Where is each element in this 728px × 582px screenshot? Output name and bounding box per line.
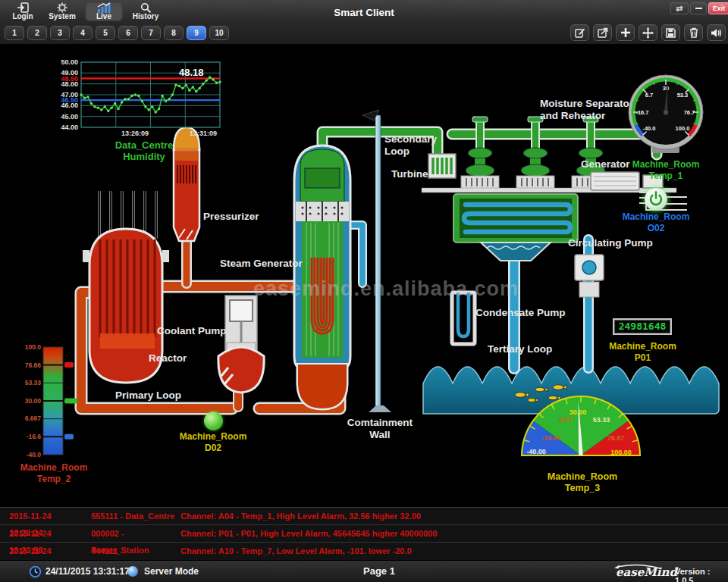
- alarm-row[interactable]: 2015-11-24 13:23:58000002 - Power_Statio…: [0, 525, 728, 543]
- label-moisture-separator: Moisture Separator and Reheator: [540, 98, 633, 122]
- data-point: [171, 93, 174, 95]
- data-point: [148, 108, 150, 111]
- display-p01-label: Machine_Room P01: [607, 341, 679, 364]
- exit-button[interactable]: Exit: [708, 2, 728, 14]
- alarm-time: 2015-11-24 13:23:58: [0, 525, 85, 542]
- page-button-5[interactable]: 5: [96, 26, 115, 40]
- brand-logo: easeMind: [616, 565, 677, 579]
- status-bar: 24/11/2015 13:31:17 Server Mode Page 1 e…: [0, 560, 728, 582]
- alarm-station: 555111 - Data_Centre: [85, 508, 180, 524]
- data-point: [97, 107, 99, 109]
- data-point: [90, 102, 93, 105]
- edit-button[interactable]: [570, 24, 589, 41]
- y-axis-tick: 45.00: [61, 113, 78, 120]
- data-point: [114, 102, 116, 105]
- data-point: [188, 89, 190, 92]
- low-limit-marker: [64, 434, 74, 440]
- data-point: [107, 110, 109, 112]
- data-point: [124, 98, 126, 100]
- alarm-row[interactable]: 2015-11-24 13:24:18444111 - Machine_Room…: [0, 543, 728, 559]
- current-page-label: Page 1: [337, 565, 421, 577]
- history-button[interactable]: History: [127, 2, 164, 21]
- page-button-4[interactable]: 4: [73, 26, 93, 40]
- svg-text:-40.0: -40.0: [642, 125, 655, 132]
- data-point: [168, 98, 170, 100]
- bar-gauge-temp2-label: Machine_Room Temp_2: [5, 462, 103, 485]
- app-title: Smart Client: [288, 7, 440, 18]
- data-point: [151, 105, 153, 108]
- page-button-10[interactable]: 10: [209, 26, 229, 40]
- x-axis-tick: 13:26:09: [121, 130, 149, 137]
- search-icon: [140, 2, 152, 13]
- svg-text:100.0: 100.0: [676, 125, 690, 132]
- svg-text:-16.67: -16.67: [541, 434, 561, 442]
- login-icon: [17, 2, 29, 13]
- indicator-d02-label: Machine_Room D02: [171, 431, 255, 454]
- audio-button[interactable]: [707, 24, 726, 41]
- export-button[interactable]: [593, 24, 612, 41]
- alarm-time: 2015-11-24 13:24:18: [0, 543, 85, 559]
- minimize-icon: [695, 8, 702, 10]
- page-button-6[interactable]: 6: [118, 26, 138, 40]
- alarm-row[interactable]: 2015-11-24 13:28:24555111 - Data_CentreC…: [0, 508, 728, 525]
- refresh-window-button[interactable]: [670, 2, 689, 14]
- alarm-message: Channel: A10 - Temp_7, Low Level Alarm, …: [180, 543, 728, 559]
- svg-text:6.667: 6.667: [25, 415, 42, 422]
- label-reactor: Reactor: [149, 352, 187, 365]
- page-button-8[interactable]: 8: [164, 26, 184, 40]
- data-point: [192, 86, 194, 88]
- page-button-1[interactable]: 1: [5, 26, 24, 40]
- save-button[interactable]: [661, 24, 680, 41]
- server-mode-label: Server Mode: [144, 566, 199, 577]
- add-button[interactable]: [616, 24, 635, 41]
- condenser: [453, 194, 578, 261]
- svg-text:-40.0: -40.0: [27, 451, 42, 458]
- page-button-3[interactable]: 3: [50, 26, 70, 40]
- data-point: [218, 80, 221, 83]
- live-chart-icon: [97, 2, 111, 13]
- data-point: [134, 93, 136, 95]
- page-button-7[interactable]: 7: [141, 26, 161, 40]
- page-button-2[interactable]: 2: [27, 26, 47, 40]
- export-icon: [598, 27, 608, 38]
- alarm-station: 000002 - Power_Station: [85, 525, 180, 542]
- data-point: [80, 93, 82, 95]
- label-generator: Generator: [581, 158, 630, 171]
- login-button[interactable]: Login: [6, 2, 39, 21]
- data-point: [130, 95, 133, 97]
- data-point: [174, 83, 177, 86]
- delete-button[interactable]: [684, 24, 703, 41]
- data-point: [141, 100, 143, 102]
- minimize-button[interactable]: [690, 2, 707, 14]
- svg-text:6.7: 6.7: [645, 92, 653, 99]
- main-scene: easemind.en.alibaba.com Pressurizer Stea…: [0, 0, 728, 582]
- data-point: [205, 80, 207, 82]
- numeric-display-p01: 24981648: [613, 318, 672, 335]
- data-point: [161, 95, 163, 97]
- svg-text:30: 30: [663, 85, 669, 92]
- label-steam-generator: Steam Generator: [220, 258, 303, 270]
- label-tertiary-loop: Tertiary Loop: [488, 343, 552, 355]
- data-point: [181, 87, 184, 89]
- watermark-text: easemind.en.alibaba.com: [253, 277, 519, 301]
- system-button[interactable]: System: [44, 2, 80, 21]
- data-point: [199, 87, 201, 89]
- page-button-9[interactable]: 9: [187, 26, 206, 40]
- svg-text:100.00: 100.00: [610, 449, 632, 456]
- svg-text:53.3: 53.3: [677, 92, 689, 99]
- gauge-temp1: -40.0 -16.7 6.7 30 53.3 76.7 100.0: [628, 71, 704, 159]
- label-coolant-pump: Coolant Pump: [157, 325, 227, 337]
- svg-text:100.0: 100.0: [25, 343, 42, 351]
- speaker-icon: [711, 28, 722, 38]
- data-point: [110, 107, 112, 109]
- move-button[interactable]: [639, 24, 657, 41]
- power-switch-o02[interactable]: [645, 188, 667, 211]
- trend-chart-title: Data_Centre Humidity: [68, 139, 220, 162]
- live-button[interactable]: Live: [85, 2, 123, 21]
- data-point: [178, 85, 180, 87]
- bar-gauge-temp2: 100.0 76.66 53.33 30.00 6.667 -16.6 -40.…: [12, 341, 103, 462]
- data-point: [117, 108, 119, 110]
- data-point: [86, 95, 89, 98]
- circulating-pump: [575, 255, 604, 297]
- plus-icon: [620, 27, 631, 38]
